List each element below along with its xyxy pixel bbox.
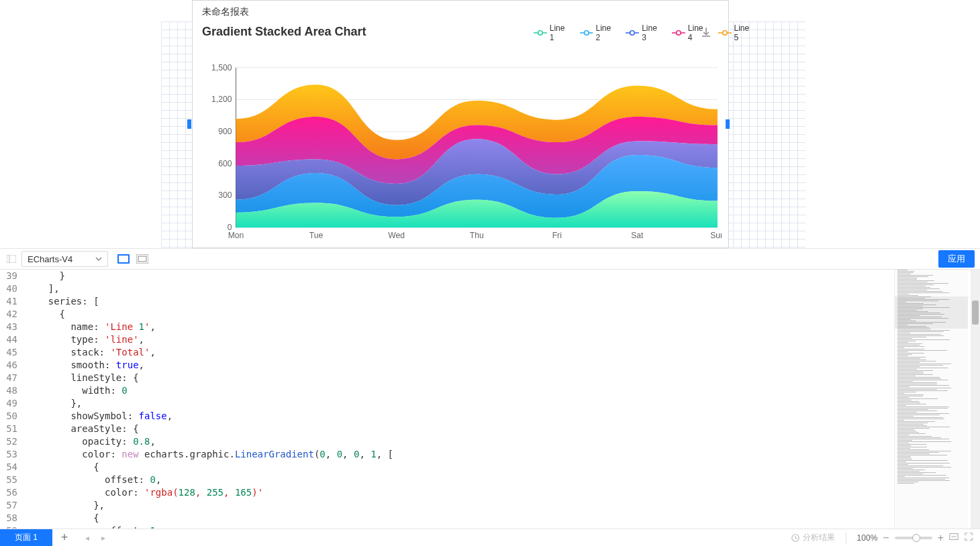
selection-handle-right[interactable]: [726, 119, 730, 129]
zoom-in-icon[interactable]: +: [938, 532, 944, 544]
page-tab-1[interactable]: 页面 1: [0, 529, 52, 546]
svg-point-5: [630, 31, 635, 36]
zoom-controls: 100% − +: [850, 532, 980, 544]
svg-text:Wed: Wed: [388, 231, 405, 240]
footer-bar: 页面 1 + ◂ ▸ 分析结果 100% − +: [0, 529, 980, 546]
svg-text:300: 300: [218, 191, 232, 201]
legend-label: Line 2: [595, 23, 614, 42]
chart-plot: 03006009001,2001,500MonTueWedThuFriSatSu…: [206, 48, 722, 241]
page-nav: ◂ ▸: [79, 533, 111, 543]
chart-legend: Line 1 Line 2 Line 3 Line 4 Line 5: [534, 23, 752, 42]
download-icon[interactable]: [700, 26, 712, 38]
svg-text:Fri: Fri: [552, 231, 562, 240]
svg-rect-35: [138, 256, 146, 262]
page-next-icon[interactable]: ▸: [95, 533, 111, 543]
design-canvas: 未命名报表 Gradient Stacked Area Chart Line 1…: [0, 0, 980, 248]
svg-rect-30: [7, 255, 16, 263]
analyze-label: 分析结果: [803, 532, 835, 543]
svg-text:Sat: Sat: [631, 231, 644, 240]
chevron-down-icon: [95, 257, 102, 261]
zoom-value: 100%: [857, 533, 878, 543]
page-prev-icon[interactable]: ◂: [79, 533, 95, 543]
svg-point-7: [677, 31, 681, 36]
svg-text:1,200: 1,200: [211, 95, 232, 105]
svg-text:Mon: Mon: [228, 231, 244, 240]
svg-text:Thu: Thu: [470, 231, 484, 240]
svg-point-3: [584, 31, 589, 36]
svg-text:Tue: Tue: [309, 231, 324, 240]
editor-minimap[interactable]: [894, 270, 968, 529]
fullscreen-icon[interactable]: [964, 532, 973, 544]
svg-rect-33: [119, 256, 128, 262]
layout-multi-icon[interactable]: [136, 253, 148, 265]
collapse-panel-icon[interactable]: [5, 254, 17, 264]
layout-single-icon[interactable]: [117, 253, 130, 265]
legend-label: Line 5: [734, 23, 752, 42]
editor-scrollbar[interactable]: [971, 270, 980, 529]
svg-point-1: [538, 31, 543, 36]
legend-item-line2[interactable]: Line 2: [580, 23, 614, 42]
zoom-slider[interactable]: [895, 537, 932, 539]
zoom-slider-knob[interactable]: [912, 534, 920, 542]
minimap-viewport[interactable]: [895, 296, 968, 329]
code-editor[interactable]: 3940414243444546474849505152535455565758…: [0, 270, 980, 529]
svg-text:600: 600: [218, 159, 232, 168]
selection-handle-left[interactable]: [187, 119, 191, 129]
chart-widget[interactable]: 未命名报表 Gradient Stacked Area Chart Line 1…: [192, 0, 729, 248]
svg-text:1,500: 1,500: [211, 63, 232, 72]
legend-item-line5[interactable]: Line 5: [718, 23, 752, 42]
svg-text:Sun: Sun: [710, 231, 722, 240]
analyze-results[interactable]: 分析结果: [784, 532, 842, 543]
legend-label: Line 3: [642, 23, 660, 42]
svg-point-9: [722, 31, 727, 36]
clock-icon: [791, 533, 800, 543]
fit-width-icon[interactable]: [949, 532, 959, 544]
separator: [846, 533, 846, 543]
chart-title: Gradient Stacked Area Chart: [202, 25, 366, 39]
select-value: ECharts-V4: [28, 254, 72, 264]
legend-label: Line 1: [550, 23, 568, 42]
scrollbar-thumb[interactable]: [972, 301, 979, 325]
legend-item-line1[interactable]: Line 1: [534, 23, 568, 42]
apply-button[interactable]: 应用: [938, 250, 975, 268]
editor-code[interactable]: } ], series: [ { name: 'Line 1', type: '…: [21, 270, 968, 529]
chart-library-select[interactable]: ECharts-V4: [21, 251, 108, 267]
editor-toolbar: ECharts-V4 应用: [0, 248, 980, 270]
legend-item-line3[interactable]: Line 3: [626, 23, 660, 42]
editor-gutter: 3940414243444546474849505152535455565758…: [0, 270, 21, 529]
zoom-out-icon[interactable]: −: [883, 532, 889, 544]
chart-header: Gradient Stacked Area Chart Line 1 Line …: [193, 22, 728, 39]
svg-text:900: 900: [218, 127, 232, 136]
widget-title: 未命名报表: [193, 1, 728, 22]
add-page-button[interactable]: +: [52, 529, 77, 546]
